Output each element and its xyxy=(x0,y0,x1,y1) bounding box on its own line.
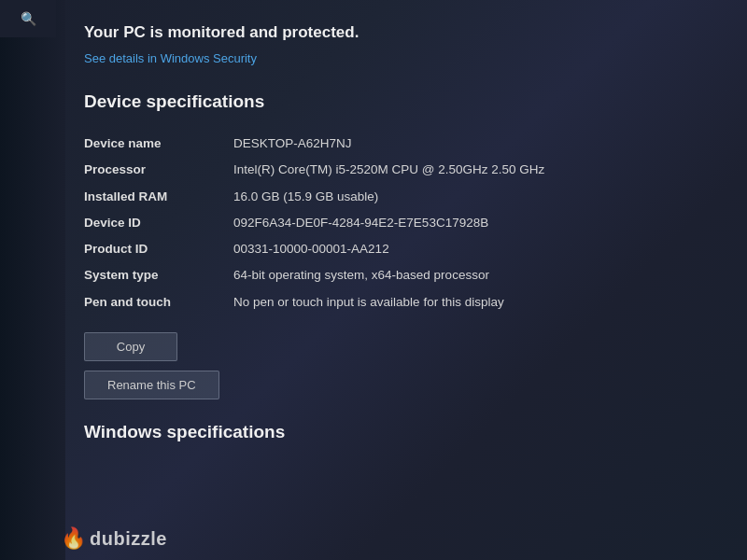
button-row: Copy Rename this PC xyxy=(84,332,691,399)
security-details-link[interactable]: See details in Windows Security xyxy=(84,51,257,65)
spec-label: Device name xyxy=(84,131,233,157)
table-row: ProcessorIntel(R) Core(TM) i5-2520M CPU … xyxy=(84,157,691,183)
windows-specs-title: Windows specifications xyxy=(84,422,691,442)
spec-value: 00331-10000-00001-AA212 xyxy=(233,236,691,262)
dubizzle-logo-text: dubizzle xyxy=(90,528,167,550)
main-content: Your PC is monitored and protected. See … xyxy=(84,19,691,442)
spec-value: Intel(R) Core(TM) i5-2520M CPU @ 2.50GHz… xyxy=(233,157,691,183)
copy-button[interactable]: Copy xyxy=(84,332,177,361)
table-row: Installed RAM16.0 GB (15.9 GB usable) xyxy=(84,184,691,210)
spec-label: System type xyxy=(84,262,233,288)
spec-value: 092F6A34-DE0F-4284-94E2-E7E53C17928B xyxy=(233,210,691,236)
device-specs-title: Device specifications xyxy=(84,91,691,112)
table-row: Product ID00331-10000-00001-AA212 xyxy=(84,236,691,262)
spec-value: 16.0 GB (15.9 GB usable) xyxy=(233,184,691,210)
spec-label: Device ID xyxy=(84,210,233,236)
table-row: Pen and touchNo pen or touch input is av… xyxy=(84,289,691,315)
watermark: 🔥 dubizzle xyxy=(61,526,167,551)
top-bar: 🔍 xyxy=(0,0,56,37)
table-row: Device nameDESKTOP-A62H7NJ xyxy=(84,131,691,157)
left-edge-decoration xyxy=(0,0,65,560)
spec-value: No pen or touch input is available for t… xyxy=(233,289,691,315)
specs-table: Device nameDESKTOP-A62H7NJProcessorIntel… xyxy=(84,131,691,315)
table-row: System type64-bit operating system, x64-… xyxy=(84,262,691,288)
table-row: Device ID092F6A34-DE0F-4284-94E2-E7E53C1… xyxy=(84,210,691,236)
page-container: 🔍 Your PC is monitored and protected. Se… xyxy=(0,0,747,560)
spec-value: 64-bit operating system, x64-based proce… xyxy=(233,262,691,288)
spec-label: Product ID xyxy=(84,236,233,262)
search-icon: 🔍 xyxy=(21,11,36,26)
rename-pc-button[interactable]: Rename this PC xyxy=(84,371,219,399)
spec-label: Pen and touch xyxy=(84,289,233,315)
spec-value: DESKTOP-A62H7NJ xyxy=(233,131,691,157)
spec-label: Installed RAM xyxy=(84,184,233,210)
spec-label: Processor xyxy=(84,157,233,183)
dubizzle-flame-icon: 🔥 xyxy=(61,526,86,551)
security-status-text: Your PC is monitored and protected. xyxy=(84,23,691,42)
